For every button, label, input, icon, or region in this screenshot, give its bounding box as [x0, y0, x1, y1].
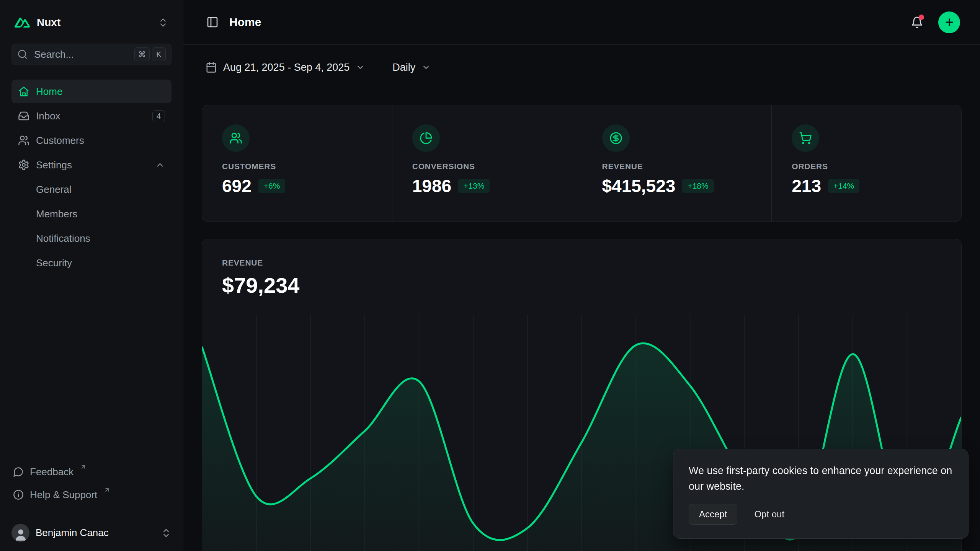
gear-icon	[18, 159, 29, 171]
optout-cookies-button[interactable]: Opt out	[754, 509, 784, 520]
stat-delta-badge: +6%	[258, 179, 286, 193]
cookie-consent-toast: We use first-party cookies to enhance yo…	[673, 449, 969, 539]
dollar-circle-icon	[602, 124, 630, 152]
add-button[interactable]	[938, 11, 960, 33]
sidebar-toggle-button[interactable]	[205, 15, 220, 30]
date-range-label: Aug 21, 2025 - Sep 4, 2025	[223, 62, 350, 73]
sidebar-subitem-security[interactable]: Security	[11, 251, 172, 275]
plus-icon	[944, 17, 955, 28]
page-title: Home	[229, 16, 261, 29]
pie-chart-icon	[412, 124, 440, 152]
sidebar-item-label: Home	[36, 86, 62, 98]
stat-delta-badge: +13%	[458, 179, 490, 193]
nuxt-logo-icon	[15, 15, 30, 30]
stat-conversions: CONVERSIONS 1986 +13%	[392, 105, 582, 222]
stat-value: $415,523	[602, 176, 676, 196]
chevron-down-icon	[356, 63, 365, 72]
user-name: Benjamin Canac	[36, 527, 109, 539]
stat-delta-badge: +18%	[682, 179, 714, 193]
top-header: Home	[183, 0, 980, 45]
user-menu[interactable]: Benjamin Canac	[0, 516, 183, 551]
sidebar: Nuxt ⌘ K Home	[0, 0, 183, 551]
chevron-down-icon	[421, 63, 431, 72]
sidebar-subitem-members[interactable]: Members	[11, 202, 172, 226]
stat-label: CONVERSIONS	[412, 162, 562, 171]
help-support-label: Help & Support	[30, 489, 97, 501]
chevrons-up-down-icon	[158, 17, 168, 28]
stat-value: 1986	[412, 176, 451, 196]
external-link-icon	[80, 464, 87, 470]
sidebar-subitem-general[interactable]: General	[11, 178, 172, 201]
stat-value: 213	[792, 176, 821, 196]
granularity-select[interactable]: Daily	[389, 62, 434, 73]
sidebar-item-label: Customers	[36, 135, 84, 147]
stat-label: ORDERS	[792, 162, 941, 171]
inbox-count-badge: 4	[152, 110, 165, 122]
cookie-message: We use first-party cookies to enhance yo…	[689, 463, 953, 494]
info-circle-icon	[13, 489, 24, 500]
sidebar-footer-links: Feedback Help & Support	[11, 462, 172, 510]
sidebar-item-customers[interactable]: Customers	[11, 129, 172, 152]
sidebar-item-settings[interactable]: Settings	[11, 153, 172, 177]
sidebar-nav: Home Inbox 4 Customers Settings	[11, 80, 172, 275]
search-input[interactable]	[33, 48, 129, 61]
revenue-card-value: $79,234	[202, 273, 961, 298]
panel-left-icon	[206, 16, 219, 28]
stat-revenue: REVENUE $415,523 +18%	[582, 105, 772, 222]
chat-bubble-icon	[13, 466, 24, 477]
notifications-button[interactable]	[909, 15, 924, 30]
users-icon	[18, 135, 29, 146]
search-box[interactable]: ⌘ K	[11, 44, 172, 65]
kbd-command: ⌘	[134, 47, 150, 61]
stat-delta-badge: +14%	[828, 179, 859, 193]
brand-name: Nuxt	[37, 16, 60, 29]
chevron-up-icon	[155, 160, 165, 170]
users-icon	[222, 124, 250, 152]
cart-icon	[792, 124, 819, 152]
home-icon	[18, 86, 29, 97]
chevrons-up-down-icon	[161, 528, 172, 538]
stat-label: CUSTOMERS	[222, 162, 372, 171]
inbox-icon	[18, 110, 29, 122]
calendar-icon	[206, 62, 217, 73]
feedback-label: Feedback	[30, 466, 74, 478]
accept-cookies-button[interactable]: Accept	[689, 504, 737, 525]
stats-card: CUSTOMERS 692 +6% CONVERSIONS 1986 +13%	[202, 105, 962, 222]
stat-orders: ORDERS 213 +14%	[771, 105, 961, 222]
filters-bar: Aug 21, 2025 - Sep 4, 2025 Daily	[183, 45, 980, 90]
team-switcher[interactable]: Nuxt	[11, 11, 172, 34]
sidebar-item-home[interactable]: Home	[11, 80, 172, 103]
avatar	[11, 524, 29, 542]
revenue-card-label: REVENUE	[202, 258, 961, 267]
stat-label: REVENUE	[602, 162, 752, 171]
help-support-link[interactable]: Help & Support	[13, 485, 170, 504]
external-link-icon	[104, 487, 110, 493]
kbd-k: K	[152, 47, 166, 61]
date-range-picker[interactable]: Aug 21, 2025 - Sep 4, 2025	[202, 62, 369, 73]
granularity-label: Daily	[392, 62, 415, 73]
stat-customers: CUSTOMERS 692 +6%	[202, 105, 392, 222]
sidebar-subitem-notifications[interactable]: Notifications	[11, 227, 172, 250]
feedback-link[interactable]: Feedback	[13, 462, 170, 481]
sidebar-item-inbox[interactable]: Inbox 4	[11, 104, 172, 128]
search-icon	[17, 49, 28, 60]
sidebar-item-label: Inbox	[36, 110, 60, 122]
sidebar-item-label: Settings	[36, 159, 72, 171]
stat-value: 692	[222, 176, 252, 196]
notification-dot	[919, 15, 924, 20]
